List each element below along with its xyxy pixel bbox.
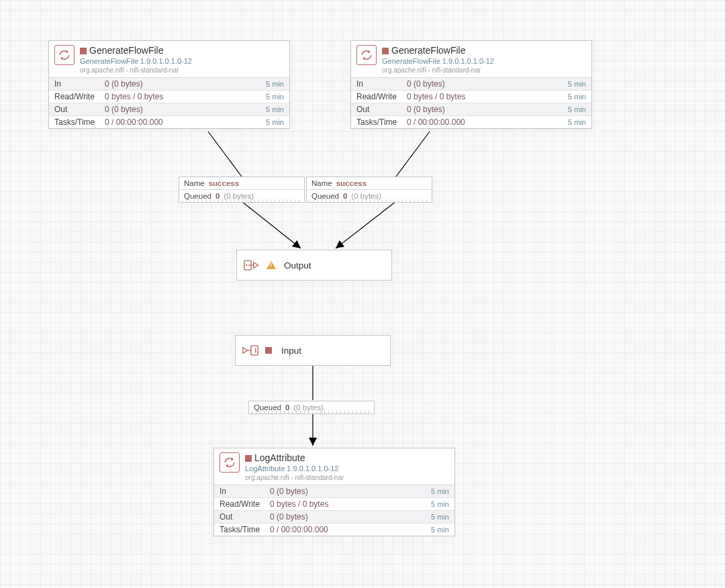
connection-name-row: Name success [179,177,304,190]
processor-stats: In0 (0 bytes)5 min Read/Write0 bytes / 0… [351,77,591,128]
svg-line-3 [336,201,396,248]
status-stopped-icon [265,347,272,354]
processor-stats: In0 (0 bytes)5 min Read/Write0 bytes / 0… [49,77,289,128]
connection-queue-row: Queued 0 (0 bytes) [307,190,432,202]
processor-icon [356,45,377,65]
processor-type: GenerateFlowFile 1.9.0.1.0.1.0-12 [382,57,494,66]
stat-out: Out0 (0 bytes)5 min [214,511,454,524]
processor-type: GenerateFlowFile 1.9.0.1.0.1.0-12 [80,57,192,66]
stat-out: Out0 (0 bytes)5 min [49,103,289,116]
input-port[interactable]: Input [235,335,391,366]
connection-queue-row: Queued 0 (0 bytes) [249,401,374,413]
svg-line-2 [242,201,301,248]
warning-icon [267,261,276,269]
connection-name-row: Name success [307,177,432,190]
processor-bundle: org.apache.nifi - nifi-standard-nar [80,66,192,75]
processor-name: LogAttribute [254,452,305,463]
stat-readwrite: Read/Write0 bytes / 0 bytes5 min [49,91,289,103]
connection-success-2[interactable]: Name success Queued 0 (0 bytes) [306,177,432,203]
processor-type: LogAttribute 1.9.0.1.0.1.0-12 [245,464,344,473]
port-label: Input [281,346,301,356]
processor-stats: In0 (0 bytes)5 min Read/Write0 bytes / 0… [214,485,454,536]
stat-tasks: Tasks/Time0 / 00:00:00.0005 min [351,116,591,128]
status-stopped-icon [245,455,252,462]
processor-generateflowfile-2[interactable]: GenerateFlowFile GenerateFlowFile 1.9.0.… [350,40,592,129]
processor-name: GenerateFlowFile [391,45,466,56]
status-stopped-icon [382,48,389,54]
connection-name: success [336,179,367,187]
processor-bundle: org.apache.nifi - nifi-standard-nar [382,66,494,75]
input-port-icon [242,344,258,357]
processor-bundle: org.apache.nifi - nifi-standard-nar [245,474,344,482]
connection-queue[interactable]: Queued 0 (0 bytes) [248,401,375,414]
stat-tasks: Tasks/Time0 / 00:00:00.0005 min [214,524,454,536]
status-stopped-icon [80,48,87,54]
stat-out: Out0 (0 bytes)5 min [351,103,591,116]
svg-rect-8 [251,346,258,355]
stat-in: In0 (0 bytes)5 min [49,78,289,91]
output-port[interactable]: Output [236,250,392,281]
svg-point-7 [246,264,247,266]
connection-name: success [209,179,239,187]
svg-line-1 [396,132,430,177]
processor-logattribute[interactable]: LogAttribute LogAttribute 1.9.0.1.0.1.0-… [213,448,455,536]
processor-generateflowfile-1[interactable]: GenerateFlowFile GenerateFlowFile 1.9.0.… [48,40,290,129]
processor-icon [220,452,240,473]
stat-readwrite: Read/Write0 bytes / 0 bytes5 min [214,498,454,511]
processor-name: GenerateFlowFile [89,45,164,56]
port-label: Output [284,260,311,271]
processor-header: GenerateFlowFile GenerateFlowFile 1.9.0.… [351,41,591,77]
stat-in: In0 (0 bytes)5 min [214,485,454,498]
queued-size: (0 bytes) [351,192,381,200]
queued-count: 0 [343,192,347,200]
connection-queue-row: Queued 0 (0 bytes) [179,190,304,202]
output-port-icon [244,258,260,272]
queued-count: 0 [215,192,220,200]
processor-icon [54,45,75,65]
connection-success-1[interactable]: Name success Queued 0 (0 bytes) [179,177,305,203]
stat-in: In0 (0 bytes)5 min [351,78,591,91]
queued-count: 0 [285,403,289,411]
svg-line-0 [208,132,242,177]
queued-size: (0 bytes) [293,403,324,411]
processor-header: LogAttribute LogAttribute 1.9.0.1.0.1.0-… [214,448,454,485]
queued-size: (0 bytes) [224,192,254,200]
stat-readwrite: Read/Write0 bytes / 0 bytes5 min [351,91,591,103]
processor-header: GenerateFlowFile GenerateFlowFile 1.9.0.… [49,41,289,77]
stat-tasks: Tasks/Time0 / 00:00:00.0005 min [49,116,289,128]
